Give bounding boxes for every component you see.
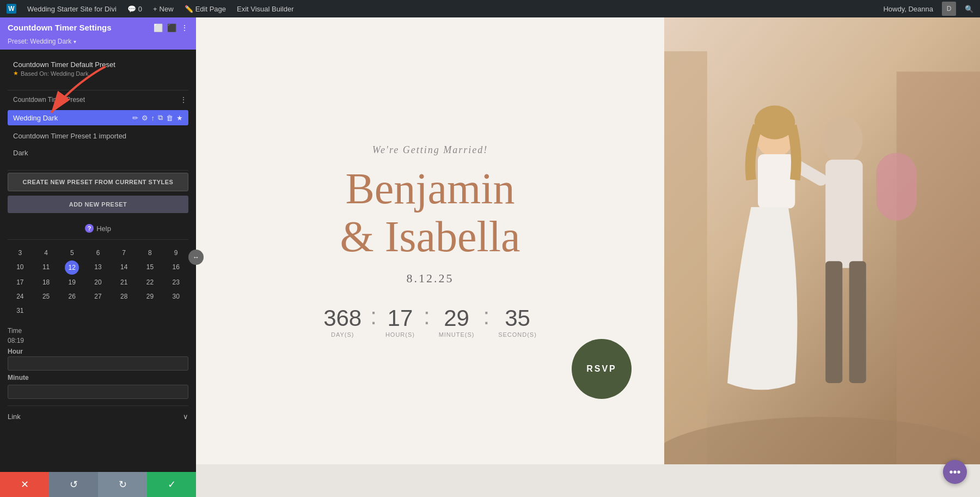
countdown-hours-label: Hour(s) xyxy=(385,331,415,338)
cal-9[interactable]: 9 xyxy=(163,246,188,259)
cal-24[interactable]: 24 xyxy=(8,290,33,303)
cal-23[interactable]: 23 xyxy=(163,276,188,289)
comment-icon: 💬 xyxy=(127,5,136,13)
add-preset-button[interactable]: ADD NEW PRESET xyxy=(8,196,188,213)
cal-22[interactable]: 22 xyxy=(138,276,163,289)
cal-21[interactable]: 21 xyxy=(112,276,137,289)
cal-14[interactable]: 14 xyxy=(112,260,137,275)
time-value: 08:19 xyxy=(8,337,188,344)
cal-29[interactable]: 29 xyxy=(138,290,163,303)
default-preset-subtitle: ★ Based On: Wedding Dark xyxy=(13,70,183,77)
duplicate-preset-icon[interactable]: ⧉ xyxy=(158,113,163,122)
preset-more-icon[interactable]: ⋮ xyxy=(179,94,188,105)
cal-18[interactable]: 18 xyxy=(34,276,59,289)
svg-rect-7 xyxy=(825,160,862,268)
wedding-photo xyxy=(664,17,980,464)
cal-30[interactable]: 30 xyxy=(163,290,188,303)
cal-8[interactable]: 8 xyxy=(138,246,163,259)
cal-26[interactable]: 26 xyxy=(59,290,84,303)
cal-19[interactable]: 19 xyxy=(59,276,84,289)
countdown-minutes-value: 29 xyxy=(439,305,475,331)
cal-31[interactable]: 31 xyxy=(8,304,33,317)
cal-12[interactable]: 12 xyxy=(65,260,79,275)
save-icon: ✓ xyxy=(168,478,176,490)
comments-link[interactable]: 💬 0 xyxy=(125,5,144,13)
preset-label[interactable]: Preset: Wedding Dark ▾ xyxy=(0,38,196,50)
cal-4[interactable]: 4 xyxy=(34,246,59,259)
minute-label: Minute xyxy=(8,374,188,381)
cal-13[interactable]: 13 xyxy=(85,260,111,275)
search-icon[interactable]: 🔍 xyxy=(963,5,976,13)
svg-point-6 xyxy=(822,116,863,163)
chevron-icon: ▾ xyxy=(74,39,76,45)
preset-section-label: Countdown Timer Preset xyxy=(8,93,90,107)
fab-button[interactable]: ••• xyxy=(943,460,967,484)
time-section: Time 08:19 Hour Minute xyxy=(0,323,196,403)
resize-handle[interactable]: ↔ xyxy=(188,250,204,265)
exit-builder-label: Exit Visual Builder xyxy=(237,5,294,13)
countdown-days-label: Day(s) xyxy=(323,331,362,338)
calendar-row-3: 17 18 19 20 21 22 23 xyxy=(8,276,188,289)
export-preset-icon[interactable]: ↑ xyxy=(151,114,155,122)
preset-dark[interactable]: Dark xyxy=(8,144,188,161)
edit-page-link[interactable]: ✏️ Edit Page xyxy=(182,5,228,13)
minute-input[interactable] xyxy=(8,385,188,399)
active-preset[interactable]: Wedding Dark ✏ ⚙ ↑ ⧉ 🗑 ★ xyxy=(8,110,188,125)
link-label: Link xyxy=(8,413,21,421)
comment-count: 0 xyxy=(138,5,142,13)
cancel-button[interactable]: ✕ xyxy=(0,472,49,497)
photo-placeholder xyxy=(664,17,980,464)
more-icon[interactable]: ⋮ xyxy=(181,23,188,32)
cal-28[interactable]: 28 xyxy=(112,290,137,303)
rsvp-button[interactable]: RSVP xyxy=(572,339,632,399)
cal-5[interactable]: 5 xyxy=(59,246,84,259)
help-section[interactable]: ? Help xyxy=(0,220,196,237)
site-name-link[interactable]: Wedding Starter Site for Divi xyxy=(25,5,119,13)
time-label: Time xyxy=(8,327,188,335)
countdown-minutes-label: Minute(s) xyxy=(439,331,475,338)
hour-input[interactable] xyxy=(8,356,188,371)
cal-10[interactable]: 10 xyxy=(8,260,33,275)
hour-label: Hour xyxy=(8,348,188,355)
cal-3[interactable]: 3 xyxy=(8,246,33,259)
star-preset-icon[interactable]: ★ xyxy=(176,114,183,122)
cal-11[interactable]: 11 xyxy=(34,260,59,275)
cal-20[interactable]: 20 xyxy=(85,276,111,289)
sidebar-header-icons: ⬜ ⬛ ⋮ xyxy=(154,23,188,32)
settings-preset-icon[interactable]: ⚙ xyxy=(142,114,148,122)
default-preset-item[interactable]: Countdown Timer Default Preset ★ Based O… xyxy=(8,56,188,81)
redo-button[interactable]: ↻ xyxy=(98,472,147,497)
svg-rect-3 xyxy=(897,71,980,464)
cal-25[interactable]: 25 xyxy=(34,290,59,303)
wp-icon: W xyxy=(7,4,16,14)
cal-active-12[interactable]: 12 xyxy=(69,264,76,271)
cal-16[interactable]: 16 xyxy=(163,260,188,275)
save-button[interactable]: ✓ xyxy=(147,472,196,497)
responsive-icon[interactable]: ⬜ xyxy=(154,23,163,32)
avatar[interactable]: D xyxy=(942,2,956,16)
new-link[interactable]: + New xyxy=(151,5,176,13)
exit-builder-link[interactable]: Exit Visual Builder xyxy=(235,5,296,13)
site-name: Wedding Starter Site for Divi xyxy=(27,5,117,13)
cal-27[interactable]: 27 xyxy=(85,290,111,303)
link-header[interactable]: Link ∨ xyxy=(8,413,188,421)
layout-icon[interactable]: ⬛ xyxy=(167,23,176,32)
help-icon: ? xyxy=(85,224,94,233)
pencil-icon: ✏️ xyxy=(185,5,193,13)
countdown-days: 368 Day(s) xyxy=(315,305,370,338)
edit-page-label: Edit Page xyxy=(195,5,226,13)
wp-logo[interactable]: W xyxy=(4,4,19,14)
countdown-minutes: 29 Minute(s) xyxy=(430,305,483,338)
main-content: Countdown Timer Settings ⬜ ⬛ ⋮ Preset: W… xyxy=(0,17,980,497)
cal-15[interactable]: 15 xyxy=(138,260,163,275)
groom-name: Benjamin xyxy=(345,165,514,213)
calendar-row-1: 3 4 5 6 7 8 9 xyxy=(8,246,188,259)
cal-7[interactable]: 7 xyxy=(112,246,137,259)
create-preset-button[interactable]: CREATE NEW PRESET FROM CURRENT STYLES xyxy=(8,173,188,191)
undo-button[interactable]: ↺ xyxy=(49,472,98,497)
delete-preset-icon[interactable]: 🗑 xyxy=(166,114,173,122)
edit-preset-icon[interactable]: ✏ xyxy=(132,114,138,122)
cal-6[interactable]: 6 xyxy=(85,246,111,259)
cal-17[interactable]: 17 xyxy=(8,276,33,289)
preset-imported[interactable]: Countdown Timer Preset 1 imported xyxy=(8,128,188,144)
